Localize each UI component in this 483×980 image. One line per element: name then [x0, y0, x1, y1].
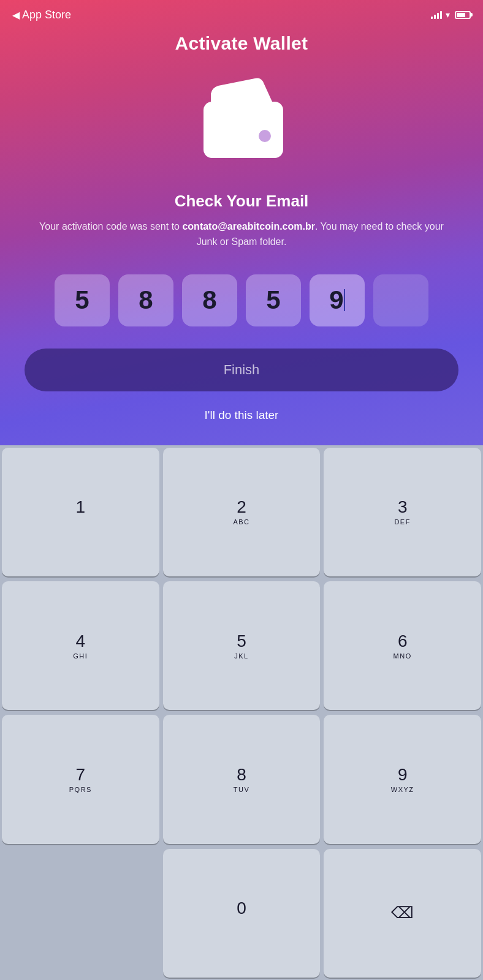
otp-digit-2[interactable]: 8 — [118, 274, 173, 326]
key-6-letters: MNO — [394, 652, 412, 660]
key-9-number: 9 — [398, 766, 408, 785]
key-5[interactable]: 5 JKL — [163, 581, 321, 710]
keyboard-row-1: 1 2 ABC 3 DEF — [0, 445, 483, 579]
key-8-number: 8 — [237, 766, 246, 785]
key-7[interactable]: 7 PQRS — [2, 715, 159, 843]
key-5-letters: JKL — [234, 652, 248, 660]
otp-container: 5 8 8 5 9 — [0, 274, 483, 326]
check-email-section: Check Your Email Your activation code wa… — [0, 192, 483, 250]
key-9[interactable]: 9 WXYZ — [324, 715, 481, 843]
status-icons: ▾ — [431, 10, 471, 20]
otp-digit-5[interactable]: 9 — [310, 274, 365, 326]
email-address: contato@areabitcoin.com.br — [182, 221, 315, 232]
status-bar: ◀ App Store ▾ — [0, 0, 483, 27]
key-5-number: 5 — [237, 632, 246, 651]
delete-icon: ⌫ — [391, 903, 414, 922]
keyboard-row-2: 4 GHI 5 JKL 6 MNO — [0, 579, 483, 712]
key-0-letters — [240, 919, 243, 927]
key-4-number: 4 — [76, 632, 86, 651]
key-3[interactable]: 3 DEF — [324, 448, 481, 576]
key-7-letters: PQRS — [69, 786, 92, 793]
battery-icon — [455, 11, 471, 19]
key-6[interactable]: 6 MNO — [324, 581, 481, 710]
check-email-body: Your activation code was sent to contato… — [31, 219, 452, 250]
key-3-number: 3 — [398, 498, 408, 517]
check-email-title: Check Your Email — [31, 192, 452, 211]
otp-digit-3[interactable]: 8 — [182, 274, 237, 326]
delete-button[interactable]: ⌫ — [324, 849, 481, 978]
back-button[interactable]: ◀ App Store — [12, 9, 71, 21]
key-2-number: 2 — [237, 498, 246, 517]
finish-button[interactable]: Finish — [25, 349, 458, 391]
otp-digit-1[interactable]: 5 — [55, 274, 110, 326]
svg-rect-0 — [203, 102, 283, 158]
key-1-number: 1 — [76, 498, 86, 517]
keyboard: 1 2 ABC 3 DEF 4 GHI 5 JKL 6 — [0, 445, 483, 980]
key-0[interactable]: 0 — [163, 849, 321, 978]
key-2[interactable]: 2 ABC — [163, 448, 321, 576]
key-4-letters: GHI — [73, 652, 88, 660]
key-empty — [2, 849, 159, 978]
svg-point-1 — [259, 130, 271, 142]
otp-digit-6[interactable] — [373, 274, 428, 326]
key-8-letters: TUV — [234, 786, 250, 793]
keyboard-row-3: 7 PQRS 8 TUV 9 WXYZ — [0, 712, 483, 846]
wallet-icon-container — [0, 72, 483, 161]
key-1-letters — [79, 518, 82, 526]
key-3-letters: DEF — [394, 518, 411, 526]
keyboard-row-4: 0 ⌫ — [0, 846, 483, 980]
wifi-icon: ▾ — [446, 10, 450, 20]
otp-digit-4[interactable]: 5 — [246, 274, 301, 326]
key-4[interactable]: 4 GHI — [2, 581, 159, 710]
signal-icon — [431, 10, 442, 19]
key-2-letters: ABC — [233, 518, 249, 526]
key-6-number: 6 — [398, 632, 408, 651]
key-1[interactable]: 1 — [2, 448, 159, 576]
wallet-icon — [192, 72, 291, 161]
key-9-letters: WXYZ — [391, 786, 414, 793]
key-7-number: 7 — [76, 766, 86, 785]
key-0-number: 0 — [237, 899, 246, 918]
page-title: Activate Wallet — [0, 33, 483, 54]
key-8[interactable]: 8 TUV — [163, 715, 321, 843]
back-label: App Store — [22, 9, 71, 21]
later-link[interactable]: I'll do this later — [0, 404, 483, 427]
back-chevron-icon: ◀ — [12, 9, 20, 21]
